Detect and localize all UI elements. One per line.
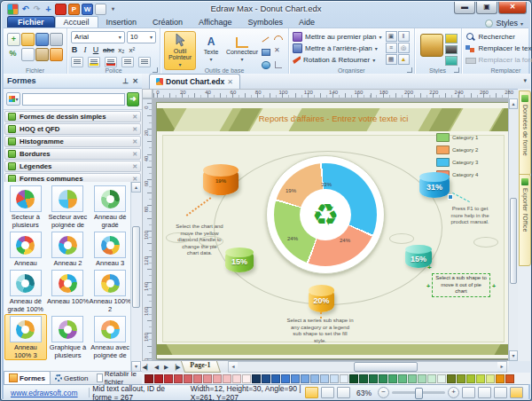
underline-button[interactable]: U [92,45,99,54]
panel-tab-formes[interactable]: Formes [4,371,51,384]
shape-data-tab[interactable]: Données de forme [519,90,531,176]
dialog-launcher-icon[interactable] [407,67,412,73]
drawing-viewport[interactable]: Reports d'affaires - Entrez votre texte … [153,98,509,361]
palette-color[interactable] [193,374,202,383]
palette-color[interactable] [427,374,436,383]
vertical-scrollbar[interactable]: ▴ ▾ [508,98,518,361]
palette-color[interactable] [349,374,358,383]
gallery-scroll-thumb[interactable] [132,226,140,308]
paste-icon[interactable] [35,48,49,61]
panel-tab-rétablir-le-fichier[interactable]: Rétablir le fichier [92,372,142,384]
palette-color[interactable] [505,374,514,383]
fit-window-icon[interactable] [462,387,475,398]
pin-icon[interactable]: ⊥ [122,77,129,85]
palette-color[interactable] [398,374,407,383]
lock-icon[interactable]: ▲ [398,54,410,65]
cylinder-19%[interactable]: 19% [203,167,239,195]
palette-color[interactable] [154,374,163,383]
distribute-icon[interactable]: ‖ [398,31,410,42]
palette-color[interactable] [457,374,466,383]
cut-icon[interactable]: % [7,48,19,59]
green-plus-handle[interactable]: + [427,265,432,271]
legend-item[interactable]: Category 2 [436,145,478,154]
cylinder-20%[interactable]: 20% [309,287,334,312]
v-scroll-thumb[interactable] [510,198,517,284]
collapse-icon[interactable]: ✕ [132,163,137,170]
bring-to-front-button[interactable]: Mettre au premier plan ▾ [293,31,382,43]
palette-color[interactable] [262,374,270,383]
close-panel-icon[interactable]: ✕ [132,77,138,85]
copy-icon[interactable] [21,48,35,61]
next-page-icon[interactable]: ▶ [161,364,171,371]
legend-item[interactable]: Category 1 [436,133,478,142]
palette-color[interactable] [145,374,153,383]
line-tool-icon[interactable] [261,35,270,44]
zoom-slider[interactable] [392,391,445,394]
move-icon[interactable]: + [43,4,53,14]
palette-color[interactable] [379,374,387,383]
new-document-icon[interactable]: + [7,33,20,46]
replace-text-button[interactable]: Remplacer le texte [466,43,532,54]
font-color-icon[interactable] [105,57,117,67]
document-tab[interactable]: Donut Chart.edx ✕ [149,74,240,89]
gallery-item[interactable]: Anneau 100% 3 [4,314,47,360]
gallery-scrollbar[interactable]: ▴ ▾ [130,182,141,372]
close-button[interactable]: ✕ [498,2,527,14]
menu-tab-fichier[interactable]: Fichier [7,16,55,28]
search-go-button[interactable]: ➜ [127,92,139,106]
export-ppt-icon[interactable]: P [68,4,80,15]
toolbar-more-icon[interactable]: ▾ [108,4,118,14]
send-to-back-button[interactable]: Mettre à l'arrière-plan ▾ [293,43,382,54]
last-page-icon[interactable]: ▕▶ [171,364,181,371]
reading-view-button[interactable] [337,387,350,398]
font-size-select[interactable]: 10 ▾ [127,31,156,43]
scroll-right-icon[interactable]: ▸ [497,362,506,372]
crossing-tool-icon[interactable] [273,47,283,57]
replace-shape-button[interactable]: Remplacer la forme ▾ [466,54,532,66]
minimize-button[interactable]: ▬ [454,2,475,14]
gallery-item[interactable]: Anneau 2 [47,230,90,268]
palette-color[interactable] [466,374,475,383]
align-text-icon[interactable] [121,57,134,67]
zoom-slider-knob[interactable] [415,388,423,399]
collapse-icon[interactable]: ✕ [132,138,137,145]
maximize-button[interactable]: ▣ [476,2,497,14]
superscript-button[interactable]: x² [129,46,136,54]
menu-tab-insertion[interactable]: Insertion [98,17,145,28]
palette-color[interactable] [437,374,446,383]
menu-tab-accueil[interactable]: Accueil [55,16,98,28]
palette-color[interactable] [174,374,183,383]
gallery-item[interactable]: Anneau dé gradé [89,184,131,230]
palette-color[interactable] [330,374,339,383]
rotate-flip-button[interactable]: Rotation & Retourner ▾ [293,54,382,66]
format-painter-icon[interactable] [50,48,63,61]
gallery-item[interactable]: Anneau [4,230,47,268]
palette-color[interactable] [496,374,505,383]
connector-tool-button[interactable]: Connecteur ▾ [226,31,258,68]
palette-color[interactable] [164,374,173,383]
annotation-text[interactable]: Press F1 to get more help in the product… [450,206,490,226]
align-shapes-icon[interactable]: ≡ [386,43,397,53]
menu-tab-aide[interactable]: Aide [291,17,323,28]
zoom-out-icon[interactable]: − [378,387,389,398]
shape-category[interactable]: Légendes✕ [4,161,141,172]
group-shapes-icon[interactable]: ▣ [386,31,397,42]
menu-tab-création[interactable]: Création [145,17,191,28]
scroll-left-icon[interactable]: ◂ [229,362,238,372]
shape-category[interactable]: HOQ et QFD✕ [4,123,141,135]
dialog-launcher-icon[interactable] [153,67,158,73]
fullscreen-icon[interactable] [510,387,523,398]
subscript-button[interactable]: x₂ [118,46,125,54]
collapse-icon[interactable]: ✕ [132,151,137,158]
annotation-text[interactable]: Select a sub shape to move it out of pie… [432,273,490,297]
palette-color[interactable] [310,374,319,383]
gallery-item[interactable]: Anneau avec poignée de [89,314,131,360]
palette-color[interactable] [359,374,368,383]
palette-color[interactable] [388,374,397,383]
dialog-launcher-icon[interactable] [454,67,459,73]
shape-category[interactable]: Formes de dessin simples✕ [4,111,141,122]
find-button[interactable]: Rechercher [466,31,532,43]
page-tab[interactable]: Page-1 [181,361,221,373]
redo-icon[interactable]: ↷ [32,4,42,14]
text-tool-button[interactable]: A Texte ▾ [196,31,226,68]
